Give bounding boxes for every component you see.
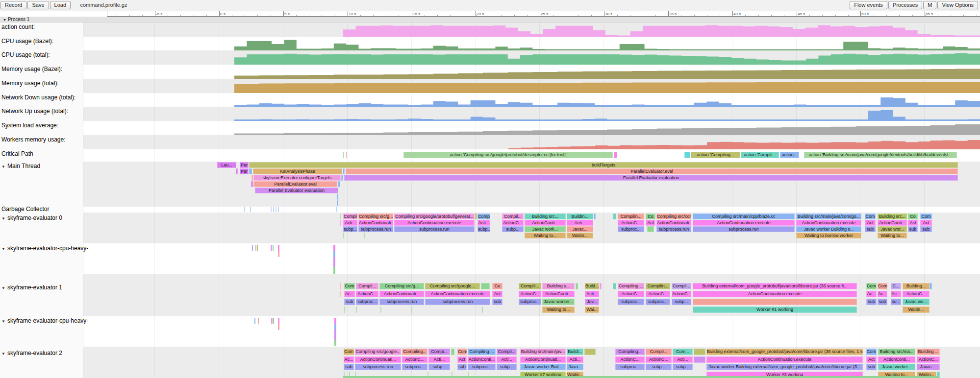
mini-slice-tick[interactable] xyxy=(255,245,256,251)
slice[interactable]: subp... xyxy=(502,226,524,232)
slice[interactable]: Javac worker Buil... xyxy=(520,364,566,370)
slice[interactable] xyxy=(694,349,705,355)
slice[interactable]: Acti... xyxy=(585,291,599,297)
slice[interactable]: ActionC... xyxy=(402,356,427,363)
slice[interactable]: Waiting to borrow worker xyxy=(796,233,861,238)
counter-track-memory-usage-bazel[interactable] xyxy=(83,65,980,79)
slice[interactable]: subprocess.run xyxy=(656,226,691,232)
slice[interactable]: sub xyxy=(492,299,503,305)
slice[interactable]: sub xyxy=(866,299,877,305)
mini-slice-tick[interactable] xyxy=(343,376,939,378)
slice[interactable]: subp... xyxy=(343,226,357,232)
counter-track-network-down-usage-total[interactable] xyxy=(83,93,980,107)
slice[interactable]: Compili... xyxy=(519,283,541,289)
slice[interactable]: Com xyxy=(457,349,467,355)
slice[interactable]: subprocess.run xyxy=(425,299,490,305)
slice[interactable]: ActionContinuation.execute xyxy=(693,291,857,297)
slice[interactable] xyxy=(482,307,483,313)
slice[interactable]: Compilin... xyxy=(646,283,670,289)
slice[interactable] xyxy=(614,152,617,158)
slice[interactable] xyxy=(344,307,345,313)
slice[interactable] xyxy=(343,152,344,158)
slice[interactable]: Compil... xyxy=(356,283,378,289)
slice[interactable]: Lau... xyxy=(217,162,236,168)
slice[interactable]: Building... xyxy=(903,283,930,289)
slice[interactable]: Act xyxy=(457,356,467,363)
slice[interactable]: subp... xyxy=(497,364,517,370)
slice[interactable] xyxy=(337,194,338,200)
slice[interactable]: subproc... xyxy=(519,299,541,305)
slice[interactable]: Compiling src/main/cpp/blaze.cc xyxy=(693,213,795,219)
slice[interactable]: Compiling ... xyxy=(468,349,496,355)
slice[interactable]: subproc... xyxy=(618,299,644,305)
slice[interactable]: subproc... xyxy=(615,364,645,370)
slice[interactable]: Building src/main/jav... xyxy=(520,349,566,355)
slice[interactable] xyxy=(693,299,857,305)
slice[interactable]: Parallel Evaluator evaluation xyxy=(255,188,338,193)
slice[interactable]: ActionC... xyxy=(502,220,524,226)
slice[interactable]: Waitin... xyxy=(567,233,593,238)
slice[interactable]: Java... xyxy=(567,364,583,370)
slice[interactable]: Buildi... xyxy=(567,349,583,355)
slice[interactable]: Building s... xyxy=(542,283,575,289)
mini-slice-tick[interactable] xyxy=(254,318,255,324)
slice[interactable]: Javac wo... xyxy=(903,299,930,305)
slice[interactable]: Waitin... xyxy=(903,307,930,313)
slice[interactable]: Compil... xyxy=(497,349,517,355)
slice[interactable] xyxy=(341,175,343,181)
slice[interactable]: ActionContinuati... xyxy=(656,220,691,226)
mini-slice-tick[interactable] xyxy=(333,257,335,267)
track-label-skyframe-evaluator-cpu-heavy-1st[interactable]: ▼skyframe-evaluator-cpu-heavy- xyxy=(1,245,88,252)
slice[interactable] xyxy=(481,283,490,289)
process-header[interactable]: ▼Process 1 xyxy=(0,17,980,23)
slice[interactable]: Javac ... xyxy=(917,364,940,370)
collapse-icon[interactable]: ▼ xyxy=(1,286,5,290)
track-label-main-thread[interactable]: ▼Main Thread xyxy=(1,163,40,169)
slice[interactable] xyxy=(340,283,341,289)
slice[interactable]: ActionC... xyxy=(618,220,644,226)
slice[interactable]: ActionConti... xyxy=(468,356,496,363)
slice[interactable] xyxy=(647,226,654,232)
slice[interactable]: Buildin... xyxy=(567,213,593,219)
slice[interactable]: Ac... xyxy=(866,291,877,297)
slice[interactable] xyxy=(338,181,340,187)
slice[interactable]: subprocess.run xyxy=(355,364,401,370)
collapse-icon[interactable]: ▼ xyxy=(1,216,5,221)
slice[interactable]: Par xyxy=(240,162,249,168)
slice[interactable]: ActionContinuati... xyxy=(379,291,424,297)
slice[interactable] xyxy=(249,168,252,174)
slice[interactable]: runAnalysisPhase xyxy=(253,168,342,174)
slice[interactable]: Act xyxy=(865,220,876,226)
mini-slice-tick[interactable] xyxy=(334,330,336,340)
toolbar-button-flow-events[interactable]: Flow events xyxy=(850,1,887,9)
mini-slice-tick[interactable] xyxy=(271,318,273,324)
slice[interactable]: Acti... xyxy=(428,356,450,363)
slice[interactable]: Com xyxy=(344,283,355,289)
slice[interactable] xyxy=(600,283,602,289)
slice[interactable]: sub xyxy=(865,226,876,232)
slice[interactable]: Javac worker... xyxy=(878,364,915,370)
slice[interactable]: Ac... xyxy=(344,356,354,363)
slice[interactable]: subproc... xyxy=(356,299,378,305)
slice[interactable]: ActionContinuati... xyxy=(520,356,566,363)
slice[interactable] xyxy=(364,233,365,238)
slice[interactable]: Act xyxy=(646,220,655,226)
slice[interactable]: Building src/main/java/com/go... xyxy=(796,213,861,219)
slice[interactable]: action 'Building src/main/java/com/googl… xyxy=(804,152,957,158)
mini-slice-tick[interactable] xyxy=(333,245,335,251)
mini-slice-tick[interactable] xyxy=(257,245,258,251)
slice[interactable] xyxy=(613,283,616,289)
track-label-skyframe-evaluator-cpu-heavy-2nd[interactable]: ▼skyframe-evaluator-cpu-heavy- xyxy=(1,317,88,324)
slice[interactable]: ActionC... xyxy=(519,291,541,297)
counter-track-system-load-average[interactable] xyxy=(83,121,980,135)
slice[interactable]: subproc... xyxy=(618,226,644,232)
mini-slice-tick[interactable] xyxy=(333,251,335,257)
counter-track-cpu-usage-total[interactable] xyxy=(83,50,980,65)
mini-slice-tick[interactable] xyxy=(334,318,336,324)
slice[interactable]: subprocess.run xyxy=(394,226,475,232)
slice[interactable] xyxy=(276,207,276,212)
slice[interactable]: sub xyxy=(878,299,887,305)
slice[interactable] xyxy=(340,213,341,219)
slice[interactable]: Compil... xyxy=(343,213,357,219)
slice[interactable] xyxy=(251,181,253,187)
